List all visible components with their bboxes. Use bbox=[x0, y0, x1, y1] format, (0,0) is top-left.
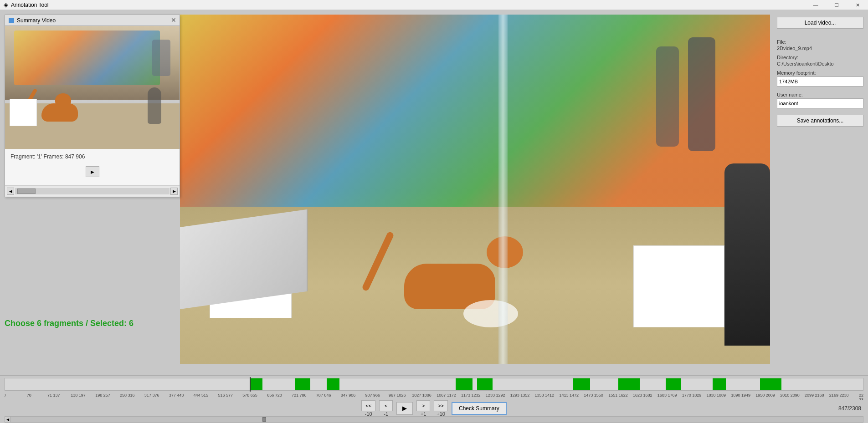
fast-back-group: << -10 bbox=[361, 400, 375, 417]
save-annotations-button[interactable]: Save annotations... bbox=[777, 115, 863, 127]
timeline-label: 2169 2230 bbox=[829, 393, 849, 398]
timeline-playhead bbox=[250, 377, 251, 392]
memory-input[interactable] bbox=[777, 76, 863, 87]
main-video-frame bbox=[180, 15, 770, 364]
controls-bar: << -10 < -1 ▶ > +1 >> +10 Check Summary … bbox=[0, 400, 868, 416]
summary-video-thumbnail bbox=[5, 26, 180, 149]
timeline-label: 1683 1769 bbox=[657, 393, 677, 398]
timeline-label: 787 846 bbox=[316, 393, 331, 398]
timeline-label: 1770 1829 bbox=[682, 393, 702, 398]
play-button[interactable]: ▶ bbox=[396, 402, 413, 415]
person-right-side bbox=[724, 163, 770, 346]
background-person-2 bbox=[656, 46, 679, 147]
wall-art-decoration bbox=[14, 31, 160, 85]
app-title: Annotation Tool bbox=[11, 2, 49, 8]
titlebar-controls: — ☐ ✕ bbox=[805, 0, 868, 10]
summary-panel: Summary Video ✕ Fragment: '1' Frames: 84… bbox=[5, 15, 180, 197]
timeline-label: 2231 2308 bbox=[859, 393, 863, 400]
timeline-label: 1353 1412 bbox=[535, 393, 555, 398]
load-video-button[interactable]: Load video... bbox=[777, 17, 863, 29]
bottom-scroll-thumb[interactable] bbox=[262, 417, 266, 422]
memory-label: Memory footprint: bbox=[777, 70, 863, 76]
timeline-label: 258 316 bbox=[120, 393, 135, 398]
file-label: File: bbox=[777, 39, 863, 45]
frame-counter: 847/2308 bbox=[838, 405, 861, 412]
white-cabinet-right bbox=[633, 245, 724, 327]
minimize-button[interactable]: — bbox=[805, 0, 826, 10]
fragment-info: Fragment: '1' Frames: 847 906 bbox=[10, 153, 174, 160]
timeline-label: 847 906 bbox=[341, 393, 356, 398]
main-wall-art bbox=[180, 15, 770, 207]
username-input[interactable] bbox=[777, 98, 863, 108]
timeline-marker bbox=[760, 378, 781, 390]
timeline-label: 967 1026 bbox=[389, 393, 406, 398]
forward-label: +1 bbox=[421, 411, 426, 417]
scroll-right-arrow[interactable]: ▶ bbox=[170, 188, 178, 195]
timeline-label: 1830 1889 bbox=[707, 393, 726, 398]
timeline-label: 1173 1232 bbox=[461, 393, 481, 398]
timeline-marker bbox=[618, 378, 640, 390]
timeline-label: 71 137 bbox=[47, 393, 60, 398]
summary-panel-close-button[interactable]: ✕ bbox=[169, 16, 178, 24]
right-panel: Load video... File: 2Dvideo_9.mp4 Direct… bbox=[772, 10, 868, 377]
timeline-label: 444 515 bbox=[194, 393, 209, 398]
summary-play-button[interactable]: ▶ bbox=[86, 166, 99, 177]
main-cat-white-markings bbox=[463, 300, 518, 327]
background-person bbox=[152, 40, 170, 76]
file-value: 2Dvideo_9.mp4 bbox=[777, 46, 863, 51]
timeline-label: 70 bbox=[27, 393, 31, 398]
maximize-button[interactable]: ☐ bbox=[826, 0, 847, 10]
summary-panel-header: Summary Video ✕ bbox=[5, 15, 180, 26]
play-btn-container: ▶ bbox=[10, 166, 174, 177]
bottom-scroll-left-arrow[interactable]: ◀ bbox=[5, 417, 10, 422]
timeline-marker bbox=[456, 378, 473, 390]
scroll-track[interactable] bbox=[15, 188, 169, 194]
timeline-label: 198 257 bbox=[95, 393, 110, 398]
timeline-marker bbox=[666, 378, 681, 390]
app-icon: ◈ bbox=[4, 1, 8, 8]
timeline-label: 377 443 bbox=[169, 393, 184, 398]
fast-forward-button[interactable]: >> bbox=[434, 400, 448, 411]
timeline-marker bbox=[327, 378, 339, 390]
scroll-left-arrow[interactable]: ◀ bbox=[7, 188, 14, 195]
fast-back-button[interactable]: << bbox=[361, 400, 375, 411]
timeline-label: 1293 1352 bbox=[510, 393, 530, 398]
timeline-marker bbox=[477, 378, 493, 390]
timeline-track[interactable] bbox=[5, 378, 863, 391]
cat-head bbox=[55, 93, 71, 107]
timeline-labels: 07071 137138 197198 257258 316317 376377… bbox=[5, 393, 863, 400]
back-label: -1 bbox=[384, 411, 388, 417]
person-silhouette bbox=[148, 87, 161, 124]
main-area: Summary Video ✕ Fragment: '1' Frames: 84… bbox=[0, 10, 868, 377]
cabinet-left bbox=[10, 99, 37, 126]
bottom-scrollbar[interactable]: ◀ bbox=[5, 416, 863, 423]
summary-scrollbar: ◀ ▶ bbox=[5, 185, 180, 197]
check-summary-button[interactable]: Check Summary bbox=[452, 402, 507, 415]
username-label: User name: bbox=[777, 92, 863, 97]
timeline-label: 1950 2009 bbox=[755, 393, 775, 398]
directory-label: Directory: bbox=[777, 55, 863, 60]
back-button[interactable]: < bbox=[379, 400, 393, 411]
forward-button[interactable]: > bbox=[416, 400, 430, 411]
fast-forward-group: >> +10 bbox=[434, 400, 448, 417]
scroll-thumb[interactable] bbox=[17, 189, 36, 194]
timeline-label: 1890 1949 bbox=[731, 393, 750, 398]
timeline-label: 1067 1172 bbox=[437, 393, 456, 398]
timeline-label: 1473 1550 bbox=[584, 393, 603, 398]
timeline-label: 1413 1472 bbox=[559, 393, 579, 398]
timeline-marker bbox=[573, 378, 591, 390]
fast-forward-label: +10 bbox=[437, 411, 445, 417]
timeline-label: 317 376 bbox=[144, 393, 159, 398]
timeline-label: 1233 1292 bbox=[486, 393, 505, 398]
close-button[interactable]: ✕ bbox=[847, 0, 868, 10]
background-person-1 bbox=[688, 37, 715, 151]
timeline-label: 578 655 bbox=[242, 393, 257, 398]
summary-panel-title: Summary Video bbox=[17, 17, 56, 24]
timeline-label: 516 577 bbox=[218, 393, 233, 398]
titlebar: ◈ Annotation Tool — ☐ ✕ bbox=[0, 0, 868, 10]
timeline-label: 2099 2168 bbox=[805, 393, 824, 398]
summary-video-frame bbox=[5, 26, 180, 149]
timeline-label: 721 786 bbox=[292, 393, 307, 398]
timeline-marker bbox=[713, 378, 725, 390]
timeline-label: 1623 1682 bbox=[633, 393, 652, 398]
